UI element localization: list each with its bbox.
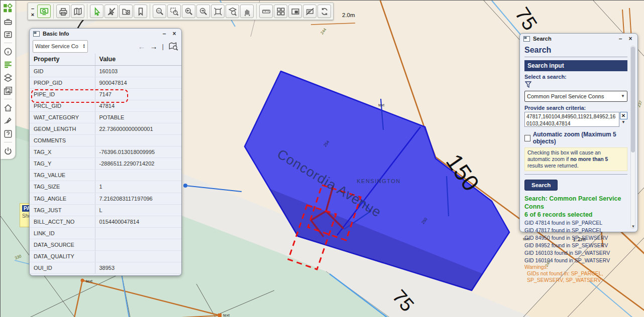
pan-button[interactable] [240,5,254,18]
criteria-dropdown-icon[interactable]: ▼ [621,119,625,125]
table-row[interactable]: PROP_GID900047814 [30,77,181,88]
toolbox-button[interactable] [3,16,14,27]
zoom-next-button[interactable] [196,5,210,18]
search-titlebar[interactable]: Search – × [520,34,637,44]
app-window: Concordia Avenue KENSINGTON 150 75 75 2.… [0,0,644,317]
search-button[interactable]: Search [524,180,558,191]
zoom-previous-button[interactable] [182,5,195,18]
overview-map-button[interactable] [288,5,302,18]
search-type-select[interactable]: Common Parcel Service Conns ▼ [524,91,627,102]
table-row[interactable]: TAG_SIZE1 [30,181,181,193]
zoom-window-button[interactable] [167,5,181,18]
basic-info-titlebar[interactable]: Basic Info – × [30,29,181,39]
clear-selection-button[interactable] [104,5,118,18]
layers-button[interactable] [3,72,14,83]
toolbar-close-button[interactable]: × [31,12,34,18]
search-input-section-header: Search input [524,60,627,71]
sewer-node-2[interactable] [218,313,222,317]
table-row[interactable]: PRCL_GID47814 [30,100,181,111]
property-cell: PIPE_ID [30,88,95,100]
sidebar-separator [4,142,12,142]
select-tool-button[interactable] [90,5,103,18]
app-logo[interactable] [3,3,14,14]
autozoom-checkbox[interactable] [524,135,530,141]
value-cell [95,251,181,262]
table-row[interactable]: TAG_VALUE [30,170,181,181]
value-cell [95,170,181,181]
table-row[interactable]: WAT_CATEGORYPOTABLE [30,111,181,123]
help-button[interactable] [3,128,14,139]
toolbox-icon [4,17,13,26]
table-row[interactable]: TAG_JUSTL [30,204,181,216]
previous-record-button[interactable]: ← [138,43,146,50]
power-icon [4,146,13,155]
property-cell: PRCL_GID [30,100,95,111]
property-cell: TAG_SIZE [30,181,95,193]
table-row[interactable]: TAG_ANGLE7.2162083117197096 [30,193,181,204]
scrollbar-thumb[interactable] [631,47,635,152]
clear-criteria-button[interactable]: ✕ [620,112,627,119]
legend-button[interactable] [3,59,14,70]
zoom-selected-icon [228,7,237,16]
refresh-button[interactable] [317,5,331,18]
cursor-slash-icon [107,7,116,16]
zoom-extent-button[interactable] [211,5,225,18]
add-map-icon [4,86,13,95]
info-button[interactable] [3,46,14,57]
measure-button[interactable] [259,5,273,18]
basic-info-panel: Basic Info – × Water Service Co ▲▼ ← → |… [29,28,182,276]
close-button[interactable]: × [171,30,178,37]
table-row[interactable]: TAG_Y-2886511.2290714202 [30,158,181,170]
table-row[interactable]: OUI_ID38953 [30,262,181,274]
data-exchange-button[interactable] [3,29,14,40]
zoom-xy-button[interactable]: xy [153,5,166,18]
sketch-button[interactable] [3,115,14,126]
value-cell: -2886511.2290714202 [95,158,181,170]
scrollbar[interactable]: ▼ [630,46,635,229]
value-cell: 7.2162083117197096 [95,193,181,204]
sidebar-separator [4,99,12,99]
table-row[interactable]: PIPE_ID7147 [30,88,181,100]
power-button[interactable] [3,145,14,156]
minimize-button[interactable]: – [161,30,168,37]
zoom-to-feature-icon[interactable] [168,42,178,51]
grid-button[interactable] [274,5,287,18]
warnings-label: Warnings: [524,264,627,270]
table-row[interactable]: DATA_SOURCE [30,239,181,250]
sewer-node[interactable] [81,279,84,282]
table-row[interactable]: TAG_X-76396.013018009995 [30,146,181,158]
value-cell: 38953 [95,262,181,274]
toolbar-minimize-button[interactable]: – [31,6,34,12]
saved-extents-button[interactable] [119,5,133,18]
zoom-xy-icon: xy [155,7,164,16]
search-criteria-input[interactable]: 47817,160104,84950,11921,84952,160103,24… [524,112,619,127]
table-row[interactable]: BILL_ACCT_NO0154400047814 [30,216,181,227]
table-row[interactable]: GEOM_LENGTH22.736000000000001 [30,123,181,134]
sidebar-separator [4,43,12,43]
next-record-button[interactable]: → [150,43,158,50]
map-toolbar: – × [28,3,334,20]
bookmarks-button[interactable] [134,5,147,18]
zoom-selected-button[interactable] [226,5,239,18]
value-cell [95,239,181,250]
layer-selector[interactable]: Water Service Co ▲▼ [33,40,88,53]
identify-tool-button[interactable] [37,5,51,18]
warnings-text: GIDs not found in: SP_PARCEL, SP_SEWSERV… [524,270,627,283]
hide-labels-button[interactable] [303,5,316,18]
minimize-button[interactable]: – [617,35,624,42]
add-map-button[interactable] [3,85,14,96]
table-row[interactable]: LINK_ID [30,227,181,239]
property-cell: OUI_ID [30,262,95,274]
table-row[interactable]: COMMENTS [30,135,181,146]
search-type-value: Common Parcel Service Conns [527,93,621,99]
print-button[interactable] [56,5,70,18]
water-valve[interactable] [183,184,187,188]
table-row[interactable]: DATA_QUALITY [30,251,181,262]
home-button[interactable] [3,102,14,113]
scroll-down-icon[interactable]: ▼ [631,224,635,229]
layer-selector-value: Water Service Co [35,43,81,49]
property-cell: PROP_GID [30,77,95,88]
map-book-button[interactable] [71,5,84,18]
close-button[interactable]: × [627,35,634,42]
table-row[interactable]: GID160103 [30,65,181,77]
